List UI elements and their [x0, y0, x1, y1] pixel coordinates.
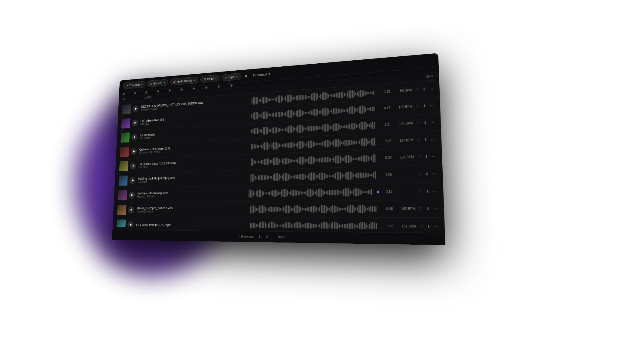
waveform — [251, 121, 375, 135]
type-icon: ≡ — [225, 76, 226, 79]
svg-rect-696 — [337, 223, 339, 229]
play-button[interactable] — [127, 221, 134, 228]
track-row[interactable]: ( o ) vocal texture 6 157bpm0:25157 BPM♡… — [113, 217, 445, 229]
svg-rect-121 — [312, 109, 313, 115]
svg-rect-181 — [282, 129, 283, 131]
more-button[interactable]: ⋯ — [428, 86, 434, 92]
type-filter[interactable]: ≡ Type ▾ — [222, 73, 241, 81]
play-button[interactable] — [130, 162, 136, 169]
svg-rect-232 — [362, 122, 363, 130]
heart-button[interactable]: ♡ — [415, 120, 421, 126]
play-button[interactable] — [129, 192, 135, 199]
svg-rect-690 — [327, 223, 329, 229]
svg-rect-578 — [277, 207, 278, 212]
track-duration: 0:09 — [380, 139, 391, 143]
heart-button[interactable]: ♡ — [419, 224, 424, 229]
svg-rect-139 — [341, 109, 342, 113]
more-button[interactable]: ⋯ — [433, 206, 438, 211]
svg-rect-468 — [356, 173, 358, 178]
svg-rect-636 — [370, 206, 372, 212]
svg-rect-27 — [291, 95, 292, 101]
svg-rect-452 — [330, 175, 332, 176]
instruments-filter[interactable]: 🎸 Instruments ▾ — [170, 76, 198, 85]
play-button[interactable] — [131, 133, 137, 140]
svg-rect-388 — [356, 158, 357, 160]
svg-rect-240 — [251, 144, 252, 149]
more-button[interactable]: ⋯ — [430, 119, 435, 125]
heart-button[interactable]: ♡ — [418, 206, 424, 212]
svg-rect-685 — [319, 224, 321, 228]
download-button[interactable]: ⬇ — [425, 206, 431, 211]
heart-button[interactable]: ♡ — [414, 87, 420, 92]
svg-rect-531 — [326, 191, 327, 194]
svg-rect-478 — [373, 172, 374, 178]
download-button[interactable]: ⬇ — [423, 137, 428, 142]
svg-rect-445 — [319, 173, 320, 179]
trending-filter[interactable]: ↗ Trending ▾ — [123, 81, 145, 89]
bpm-filter[interactable]: ⏱ BPM ▾ — [200, 75, 220, 83]
download-button[interactable]: ⬇ — [424, 171, 430, 176]
svg-rect-534 — [330, 190, 332, 195]
more-button[interactable]: ⋯ — [431, 171, 437, 176]
track-row[interactable]: atrium_162bpm_based1.wavBased1, Pilgrim0… — [113, 200, 444, 218]
svg-rect-226 — [352, 123, 354, 130]
heart-button[interactable]: ♡ — [417, 171, 423, 177]
play-button[interactable] — [128, 206, 134, 213]
page-1-button[interactable]: 1 — [257, 234, 263, 240]
svg-rect-320 — [251, 158, 252, 166]
more-button[interactable]: ⋯ — [430, 136, 436, 142]
svg-rect-266 — [289, 142, 290, 148]
track-actions: ♡⬇⋯ — [416, 136, 436, 142]
svg-rect-588 — [292, 207, 293, 211]
genres-filter[interactable]: ⊕ Genres ▾ — [147, 79, 168, 87]
svg-rect-136 — [336, 108, 337, 114]
svg-rect-151 — [360, 105, 362, 114]
download-button[interactable]: ⬇ — [426, 224, 431, 229]
svg-rect-525 — [316, 189, 317, 196]
svg-rect-365 — [319, 158, 320, 162]
heart-button[interactable]: ♡ — [416, 137, 421, 142]
svg-rect-476 — [370, 174, 371, 176]
play-button[interactable] — [132, 119, 138, 126]
svg-rect-622 — [347, 206, 348, 212]
track-actions: ♡⬇⋯ — [419, 224, 439, 229]
more-button[interactable]: ⋯ — [429, 103, 435, 108]
scene-wrapper: ↗ Trending ▾ ⊕ Genres ▾ 🎸 Instruments ▾ … — [0, 0, 644, 358]
more-button[interactable]: ⋯ — [431, 154, 437, 159]
svg-rect-480 — [249, 189, 250, 197]
download-button[interactable]: ⬇ — [425, 189, 430, 194]
svg-rect-169 — [264, 127, 265, 135]
svg-rect-433 — [300, 174, 301, 180]
download-button[interactable]: ⬇ — [422, 86, 427, 92]
prev-page-button[interactable]: ‹ Previous — [238, 234, 256, 239]
play-button[interactable] — [133, 105, 139, 112]
heart-button[interactable]: ♡ — [415, 103, 420, 109]
download-button[interactable]: ⬇ — [422, 103, 427, 109]
waveform — [250, 204, 377, 214]
svg-rect-519 — [307, 189, 308, 196]
download-button[interactable]: ⬇ — [424, 154, 429, 159]
svg-rect-172 — [269, 129, 269, 132]
sounds-button[interactable]: 10 sounds ▾ — [251, 70, 272, 79]
svg-rect-681 — [313, 224, 314, 228]
svg-rect-385 — [351, 156, 352, 161]
next-page-button[interactable]: Next › — [276, 234, 288, 240]
more-button[interactable]: ⋯ — [433, 224, 439, 229]
svg-rect-598 — [308, 207, 309, 211]
svg-rect-101 — [282, 112, 283, 116]
svg-rect-613 — [332, 205, 333, 213]
shuffle-button[interactable]: ⇄ — [243, 72, 249, 79]
heart-button[interactable]: ♡ — [417, 154, 422, 159]
play-button[interactable] — [131, 148, 137, 155]
play-icon — [131, 194, 133, 196]
svg-rect-532 — [327, 190, 329, 195]
svg-rect-412 — [268, 176, 269, 179]
svg-rect-571 — [266, 209, 267, 210]
page-2-button[interactable]: 2 — [264, 234, 270, 240]
play-button[interactable] — [129, 177, 136, 184]
heart-button[interactable]: ♡ — [418, 189, 423, 194]
download-button[interactable]: ⬇ — [423, 120, 428, 125]
svg-rect-288 — [324, 141, 325, 146]
more-button[interactable]: ⋯ — [432, 188, 438, 194]
bpm-column-header: BPM — [393, 75, 434, 81]
